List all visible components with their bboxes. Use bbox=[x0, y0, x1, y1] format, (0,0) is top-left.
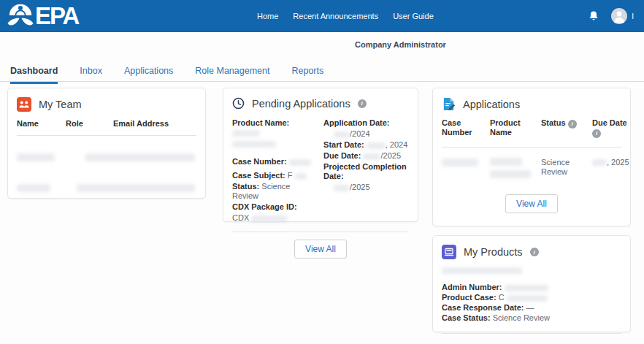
table-row: Science Review , 2025 bbox=[433, 148, 630, 178]
field-cdx-package-id-value: CDX bbox=[232, 213, 316, 223]
redacted-value bbox=[363, 153, 380, 160]
field-product-name-cont bbox=[232, 139, 316, 148]
my-team-divider bbox=[17, 135, 196, 136]
field-value: F bbox=[288, 171, 293, 180]
tab-role-management[interactable]: Role Management bbox=[195, 66, 269, 84]
epa-logo[interactable]: EPA bbox=[6, 2, 78, 30]
epa-flower-icon bbox=[6, 2, 35, 30]
top-navigation: Home Recent Announcements User Guide bbox=[257, 0, 434, 32]
redacted-value bbox=[334, 131, 350, 138]
field-application-date-value: /2024 bbox=[323, 129, 409, 139]
my-team-title: My Team bbox=[39, 99, 82, 110]
field-case-number: Case Number: bbox=[232, 157, 316, 167]
field-label: CDX Package ID: bbox=[232, 202, 297, 211]
pending-viewall-row: View All bbox=[223, 240, 418, 259]
col-case-number: Case Number bbox=[442, 118, 487, 138]
field-case-response-date: Case Response Date: — bbox=[442, 303, 621, 313]
redacted-value bbox=[289, 159, 311, 166]
info-icon[interactable]: i bbox=[592, 129, 601, 138]
field-label: Case Status: bbox=[442, 313, 491, 322]
redacted-value bbox=[592, 159, 607, 166]
pending-divider bbox=[232, 232, 409, 232]
view-all-button[interactable]: View All bbox=[294, 240, 347, 259]
tab-dashboard[interactable]: Dashboard bbox=[10, 66, 58, 84]
redacted-value bbox=[442, 267, 522, 274]
redacted-value bbox=[295, 173, 307, 180]
field-value: , 2024 bbox=[386, 140, 408, 149]
pending-applications-header: Pending Applications i bbox=[223, 88, 418, 114]
field-label: Application Date: bbox=[323, 118, 389, 127]
person-icon bbox=[611, 8, 627, 24]
applications-header: Applications bbox=[433, 88, 630, 115]
col-name: Name bbox=[17, 119, 66, 128]
my-products-fields: Admin Number: Product Case: C Case Respo… bbox=[433, 281, 630, 323]
info-icon[interactable]: i bbox=[358, 99, 367, 108]
my-products-card: My Products i Admin Number: Product Case… bbox=[432, 235, 631, 332]
pending-left-column: Product Name: Case Number: Case Subject:… bbox=[232, 118, 316, 224]
redacted-value bbox=[232, 130, 260, 137]
redacted-value bbox=[232, 141, 276, 148]
applications-title: Applications bbox=[463, 99, 520, 110]
field-label: Case Number: bbox=[232, 157, 287, 166]
field-status: Status: Science Review bbox=[232, 182, 316, 201]
redacted-product-name bbox=[490, 170, 531, 178]
my-products-redacted-line bbox=[433, 264, 630, 281]
pending-right-column: Application Date: /2024 Start Date: , 20… bbox=[323, 118, 409, 224]
tab-applications[interactable]: Applications bbox=[124, 66, 173, 84]
field-product-name: Product Name: bbox=[232, 118, 316, 137]
field-label: Admin Number: bbox=[442, 283, 502, 291]
my-team-header: My Team bbox=[8, 88, 205, 116]
epa-dashboard-page: EPA Home Recent Announcements User Guide… bbox=[0, 0, 644, 344]
field-value: CDX bbox=[232, 213, 249, 222]
my-products-divider bbox=[442, 333, 621, 334]
my-products-title: My Products bbox=[464, 246, 523, 258]
tab-reports[interactable]: Reports bbox=[291, 66, 323, 84]
logo-text: EPA bbox=[35, 2, 78, 30]
app-header: EPA Home Recent Announcements User Guide… bbox=[0, 0, 644, 32]
col-due-date: Due Date i bbox=[592, 118, 632, 138]
user-name-label: I bbox=[632, 12, 634, 20]
view-all-button[interactable]: View All bbox=[505, 194, 558, 213]
field-label: Start Date: bbox=[323, 140, 364, 149]
col-product-name: Product Name bbox=[490, 118, 538, 138]
product-box-icon bbox=[442, 245, 456, 259]
field-label: Projected Completion Date: bbox=[323, 162, 407, 180]
field-label: Status: bbox=[232, 182, 259, 191]
my-team-card: My Team Name Role Email Address bbox=[7, 88, 206, 199]
redacted-value bbox=[251, 215, 288, 222]
info-icon[interactable]: i bbox=[530, 248, 539, 256]
role-label: Company Administrator bbox=[355, 40, 446, 49]
info-icon[interactable]: i bbox=[568, 120, 577, 129]
field-product-case: Product Case: C bbox=[442, 293, 621, 302]
header-actions: I bbox=[588, 0, 634, 32]
nav-user-guide[interactable]: User Guide bbox=[393, 12, 434, 20]
redacted-name bbox=[17, 153, 55, 161]
field-label: Case Response Date: bbox=[442, 303, 524, 312]
my-products-header: My Products i bbox=[433, 236, 630, 264]
field-label: Product Case: bbox=[442, 293, 497, 302]
field-label: Case Subject: bbox=[232, 171, 285, 180]
redacted-name bbox=[17, 184, 50, 192]
tab-inbox[interactable]: Inbox bbox=[80, 66, 102, 84]
team-people-icon bbox=[17, 97, 31, 112]
field-value: /2025 bbox=[350, 183, 370, 191]
field-start-date: Start Date: , 2024 bbox=[323, 140, 409, 150]
applications-column-headers: Case Number Product Name Status i Due Da… bbox=[433, 115, 630, 147]
nav-home[interactable]: Home bbox=[257, 12, 278, 20]
user-avatar[interactable] bbox=[611, 8, 627, 24]
field-value: C bbox=[499, 293, 505, 302]
nav-recent-announcements[interactable]: Recent Announcements bbox=[293, 12, 378, 20]
redacted-email bbox=[77, 184, 195, 192]
applications-card: Applications Case Number Product Name St… bbox=[432, 88, 631, 226]
redacted-value bbox=[367, 142, 386, 149]
field-value: /2024 bbox=[350, 129, 370, 138]
field-label: Due Date: bbox=[323, 151, 361, 160]
field-due-date: Due Date: /2025 bbox=[323, 151, 409, 161]
pending-applications-details: Product Name: Case Number: Case Subject:… bbox=[223, 114, 418, 224]
field-application-date: Application Date: bbox=[323, 118, 409, 128]
col-role: Role bbox=[66, 119, 113, 128]
pending-applications-card: Pending Applications i Product Name: Cas… bbox=[223, 88, 418, 222]
applications-viewall-row: View All bbox=[433, 194, 630, 213]
notifications-bell-icon[interactable] bbox=[588, 10, 599, 22]
row-due-date: , 2025 bbox=[592, 158, 632, 178]
